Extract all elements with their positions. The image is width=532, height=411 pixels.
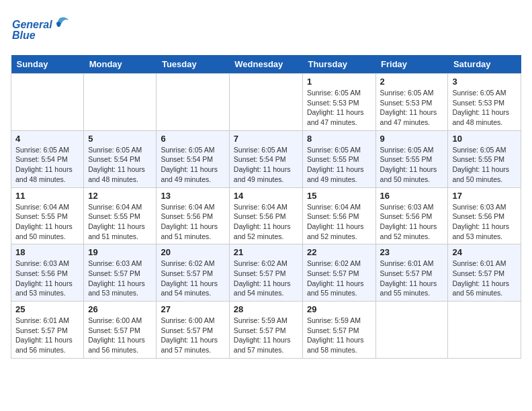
day-number: 28 <box>234 304 298 314</box>
day-info: Sunrise: 6:04 AMSunset: 5:56 PMDaylight:… <box>234 202 298 242</box>
calendar-cell: 28Sunrise: 5:59 AMSunset: 5:57 PMDayligh… <box>229 302 302 359</box>
calendar-cell: 19Sunrise: 6:03 AMSunset: 5:57 PMDayligh… <box>84 244 157 302</box>
column-header-monday: Monday <box>84 55 157 74</box>
day-info: Sunrise: 5:59 AMSunset: 5:57 PMDaylight:… <box>234 316 298 355</box>
svg-text:General: General <box>12 19 52 30</box>
day-number: 13 <box>161 191 224 201</box>
day-info: Sunrise: 6:03 AMSunset: 5:56 PMDaylight:… <box>15 259 79 298</box>
calendar-cell: 12Sunrise: 6:04 AMSunset: 5:55 PMDayligh… <box>84 187 157 244</box>
day-number: 9 <box>380 134 444 144</box>
day-info: Sunrise: 6:05 AMSunset: 5:55 PMDaylight:… <box>452 145 517 185</box>
day-info: Sunrise: 6:02 AMSunset: 5:57 PMDaylight:… <box>161 259 224 298</box>
day-info: Sunrise: 6:05 AMSunset: 5:55 PMDaylight:… <box>380 145 444 185</box>
column-header-saturday: Saturday <box>448 55 521 74</box>
day-info: Sunrise: 6:05 AMSunset: 5:55 PMDaylight:… <box>307 145 371 185</box>
column-header-thursday: Thursday <box>302 55 375 74</box>
calendar-cell: 22Sunrise: 6:02 AMSunset: 5:57 PMDayligh… <box>302 244 375 302</box>
day-number: 1 <box>307 77 371 87</box>
logo: General Blue <box>11 11 71 50</box>
day-info: Sunrise: 6:03 AMSunset: 5:56 PMDaylight:… <box>380 202 444 242</box>
day-info: Sunrise: 6:01 AMSunset: 5:57 PMDaylight:… <box>15 316 79 355</box>
day-number: 21 <box>234 247 298 257</box>
day-info: Sunrise: 6:00 AMSunset: 5:57 PMDaylight:… <box>161 316 224 355</box>
day-number: 24 <box>452 247 517 257</box>
day-number: 16 <box>380 191 444 201</box>
day-number: 14 <box>234 191 298 201</box>
day-number: 12 <box>88 191 152 201</box>
day-info: Sunrise: 5:59 AMSunset: 5:57 PMDaylight:… <box>307 316 371 355</box>
day-info: Sunrise: 6:04 AMSunset: 5:55 PMDaylight:… <box>88 202 152 242</box>
calendar-cell: 7Sunrise: 6:05 AMSunset: 5:54 PMDaylight… <box>229 130 302 187</box>
calendar-cell: 21Sunrise: 6:02 AMSunset: 5:57 PMDayligh… <box>229 244 302 302</box>
day-number: 19 <box>88 247 152 257</box>
calendar-cell: 2Sunrise: 6:05 AMSunset: 5:53 PMDaylight… <box>375 74 448 131</box>
calendar-cell: 20Sunrise: 6:02 AMSunset: 5:57 PMDayligh… <box>157 244 229 302</box>
day-number: 3 <box>452 77 517 87</box>
day-number: 29 <box>307 304 371 314</box>
day-info: Sunrise: 6:05 AMSunset: 5:54 PMDaylight:… <box>88 145 152 185</box>
calendar-cell <box>157 74 229 131</box>
calendar-cell: 1Sunrise: 6:05 AMSunset: 5:53 PMDaylight… <box>302 74 375 131</box>
day-number: 22 <box>307 247 371 257</box>
day-number: 27 <box>161 304 224 314</box>
column-header-friday: Friday <box>375 55 448 74</box>
calendar-cell <box>84 74 157 131</box>
day-number: 8 <box>307 134 371 144</box>
calendar-cell: 11Sunrise: 6:04 AMSunset: 5:55 PMDayligh… <box>11 187 84 244</box>
calendar-cell: 3Sunrise: 6:05 AMSunset: 5:53 PMDaylight… <box>448 74 521 131</box>
day-number: 4 <box>15 134 79 144</box>
day-info: Sunrise: 6:05 AMSunset: 5:54 PMDaylight:… <box>161 145 224 185</box>
day-info: Sunrise: 6:00 AMSunset: 5:57 PMDaylight:… <box>88 316 152 355</box>
day-number: 7 <box>234 134 298 144</box>
day-info: Sunrise: 6:03 AMSunset: 5:57 PMDaylight:… <box>88 259 152 298</box>
day-info: Sunrise: 6:05 AMSunset: 5:53 PMDaylight:… <box>452 88 517 128</box>
day-info: Sunrise: 6:05 AMSunset: 5:54 PMDaylight:… <box>15 145 79 185</box>
day-number: 10 <box>452 134 517 144</box>
day-number: 20 <box>161 247 224 257</box>
day-info: Sunrise: 6:01 AMSunset: 5:57 PMDaylight:… <box>452 259 517 298</box>
day-number: 5 <box>88 134 152 144</box>
day-info: Sunrise: 6:05 AMSunset: 5:53 PMDaylight:… <box>307 88 371 128</box>
calendar-cell <box>448 302 521 359</box>
calendar-table: SundayMondayTuesdayWednesdayThursdayFrid… <box>11 55 521 359</box>
calendar-cell: 13Sunrise: 6:04 AMSunset: 5:56 PMDayligh… <box>157 187 229 244</box>
calendar-cell <box>11 74 84 131</box>
day-number: 6 <box>161 134 224 144</box>
calendar-cell: 26Sunrise: 6:00 AMSunset: 5:57 PMDayligh… <box>84 302 157 359</box>
calendar-cell: 15Sunrise: 6:04 AMSunset: 5:56 PMDayligh… <box>302 187 375 244</box>
calendar-cell: 8Sunrise: 6:05 AMSunset: 5:55 PMDaylight… <box>302 130 375 187</box>
column-header-sunday: Sunday <box>11 55 84 74</box>
calendar-cell: 9Sunrise: 6:05 AMSunset: 5:55 PMDaylight… <box>375 130 448 187</box>
calendar-cell: 18Sunrise: 6:03 AMSunset: 5:56 PMDayligh… <box>11 244 84 302</box>
day-info: Sunrise: 6:04 AMSunset: 5:56 PMDaylight:… <box>161 202 224 242</box>
day-number: 2 <box>380 77 444 87</box>
calendar-cell: 17Sunrise: 6:03 AMSunset: 5:56 PMDayligh… <box>448 187 521 244</box>
day-number: 23 <box>380 247 444 257</box>
calendar-cell: 6Sunrise: 6:05 AMSunset: 5:54 PMDaylight… <box>157 130 229 187</box>
day-number: 17 <box>452 191 517 201</box>
day-number: 11 <box>15 191 79 201</box>
day-number: 25 <box>15 304 79 314</box>
day-info: Sunrise: 6:04 AMSunset: 5:55 PMDaylight:… <box>15 202 79 242</box>
day-info: Sunrise: 6:01 AMSunset: 5:57 PMDaylight:… <box>380 259 444 298</box>
column-header-wednesday: Wednesday <box>229 55 302 74</box>
day-number: 26 <box>88 304 152 314</box>
calendar-cell: 5Sunrise: 6:05 AMSunset: 5:54 PMDaylight… <box>84 130 157 187</box>
day-info: Sunrise: 6:02 AMSunset: 5:57 PMDaylight:… <box>234 259 298 298</box>
calendar-cell <box>229 74 302 131</box>
svg-text:Blue: Blue <box>12 30 36 41</box>
calendar-cell: 29Sunrise: 5:59 AMSunset: 5:57 PMDayligh… <box>302 302 375 359</box>
calendar-cell: 10Sunrise: 6:05 AMSunset: 5:55 PMDayligh… <box>448 130 521 187</box>
calendar-cell: 25Sunrise: 6:01 AMSunset: 5:57 PMDayligh… <box>11 302 84 359</box>
column-header-tuesday: Tuesday <box>157 55 229 74</box>
calendar-cell: 4Sunrise: 6:05 AMSunset: 5:54 PMDaylight… <box>11 130 84 187</box>
calendar-cell: 14Sunrise: 6:04 AMSunset: 5:56 PMDayligh… <box>229 187 302 244</box>
day-info: Sunrise: 6:05 AMSunset: 5:53 PMDaylight:… <box>380 88 444 128</box>
day-info: Sunrise: 6:04 AMSunset: 5:56 PMDaylight:… <box>307 202 371 242</box>
day-info: Sunrise: 6:05 AMSunset: 5:54 PMDaylight:… <box>234 145 298 185</box>
calendar-cell: 23Sunrise: 6:01 AMSunset: 5:57 PMDayligh… <box>375 244 448 302</box>
calendar-cell: 16Sunrise: 6:03 AMSunset: 5:56 PMDayligh… <box>375 187 448 244</box>
day-number: 15 <box>307 191 371 201</box>
calendar-cell: 24Sunrise: 6:01 AMSunset: 5:57 PMDayligh… <box>448 244 521 302</box>
calendar-cell: 27Sunrise: 6:00 AMSunset: 5:57 PMDayligh… <box>157 302 229 359</box>
